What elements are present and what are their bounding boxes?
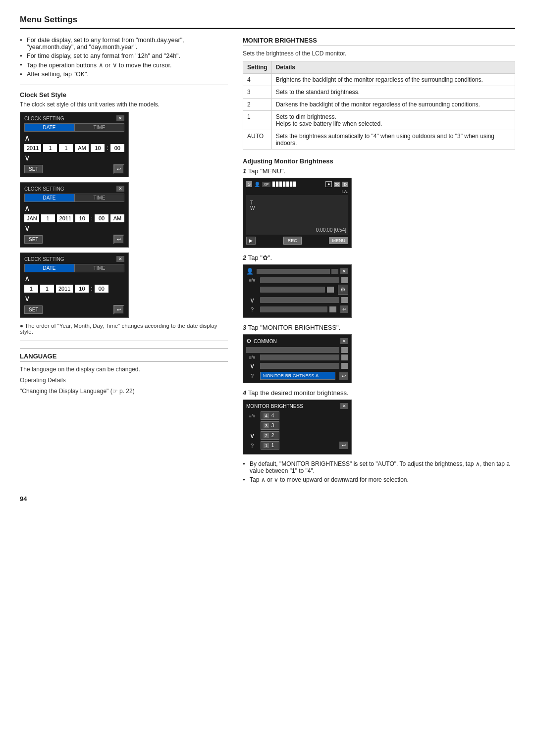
clock-up-arrow-3[interactable]: ∧ bbox=[24, 275, 30, 283]
common-back-btn[interactable]: ↩ bbox=[339, 372, 348, 380]
step-4-num: 4 bbox=[243, 389, 246, 397]
bullet-item: For date display, set to any format from… bbox=[20, 37, 228, 50]
clock-panel-2: CLOCK SETTING ✕ DATE TIME ∧ JAN 1 2011 1… bbox=[20, 182, 129, 248]
cam-icon-d: D bbox=[342, 182, 348, 187]
common-gear-icon: ⚙ bbox=[246, 338, 252, 345]
table-row: AUTO Sets the brightness automatically t… bbox=[243, 130, 515, 150]
clock-tab-time-1[interactable]: TIME bbox=[74, 123, 124, 132]
table-cell-setting: 3 bbox=[243, 86, 272, 99]
clock-ampm-1[interactable]: AM bbox=[75, 144, 89, 152]
clock-tab-date-2[interactable]: DATE bbox=[24, 194, 74, 202]
clock-month-2[interactable]: JAN bbox=[24, 214, 39, 222]
common-close-icon[interactable]: ✕ bbox=[340, 338, 348, 344]
mb-option-2-btn[interactable]: 2 2 bbox=[261, 431, 279, 440]
clock-panel-2-title: CLOCK SETTING bbox=[24, 186, 64, 192]
cam-menu-btn[interactable]: MENU bbox=[329, 237, 348, 244]
step-4: 4 Tap the desired monitor brightness. MO… bbox=[243, 389, 515, 454]
table-cell-setting: 4 bbox=[243, 74, 272, 86]
cam-icon-xp: XP bbox=[262, 182, 270, 187]
clock-back-btn-1[interactable]: ↩ bbox=[113, 164, 124, 174]
menu-row-2: ⚙ bbox=[246, 285, 348, 295]
clock-day-1[interactable]: 1 bbox=[59, 144, 73, 152]
bullet-item: After setting, tap "OK". bbox=[20, 71, 228, 78]
clock-panel-1: CLOCK SETTING ✕ DATE TIME ∧ 2011 1 1 AM … bbox=[20, 112, 129, 177]
clock-min-3[interactable]: 00 bbox=[95, 285, 108, 293]
clock-tab-time-3[interactable]: TIME bbox=[74, 264, 124, 272]
cam-play-btn[interactable]: ▶ bbox=[246, 237, 256, 245]
cam-rec-btn[interactable]: REC bbox=[283, 237, 302, 245]
clock-hour-3[interactable]: 10 bbox=[75, 285, 89, 293]
clock-panel-1-title: CLOCK SETTING bbox=[24, 116, 64, 121]
step-4-text: Tap the desired monitor brightness. bbox=[248, 389, 349, 397]
clock-tab-date-3[interactable]: DATE bbox=[24, 264, 74, 272]
step-2: 2 Tap "✿". 👤 ✕ #/# bbox=[243, 254, 515, 318]
menu-row-4: ? ↩ bbox=[246, 305, 348, 313]
clock-panel-1-close[interactable]: ✕ bbox=[116, 115, 124, 121]
clock-up-arrow-1[interactable]: ∧ bbox=[24, 134, 30, 142]
table-row: 2 Darkens the backlight of the monitor r… bbox=[243, 99, 515, 111]
cam-time: 0:00:00 [0:54] bbox=[316, 227, 346, 233]
menu-down-arrow[interactable]: ∨ bbox=[250, 296, 255, 304]
clock-panel-3-close[interactable]: ✕ bbox=[116, 256, 124, 262]
clock-down-arrow-3[interactable]: ∨ bbox=[24, 295, 30, 302]
common-down-arrow[interactable]: ∨ bbox=[246, 362, 258, 370]
mb-option-1: ? 1 1 ↩ bbox=[246, 441, 348, 450]
clock-set-btn-1[interactable]: SET bbox=[24, 165, 43, 173]
mb-option-1-btn[interactable]: 1 1 bbox=[261, 441, 279, 450]
bullet-list: For date display, set to any format from… bbox=[20, 37, 228, 78]
clock-panel-2-close[interactable]: ✕ bbox=[116, 186, 124, 192]
mb-down-arrow[interactable]: ∨ bbox=[246, 432, 258, 440]
clock-month-1[interactable]: 1 bbox=[43, 144, 57, 152]
clock-hour-2[interactable]: 10 bbox=[75, 214, 89, 222]
menu-close-icon[interactable]: ✕ bbox=[340, 268, 348, 274]
mb-back-btn[interactable]: ↩ bbox=[339, 442, 348, 449]
mb-option-3-btn[interactable]: 3 3 bbox=[261, 421, 279, 430]
common-row-3: ∨ bbox=[246, 362, 348, 370]
mb-option-3: 3 3 bbox=[246, 421, 348, 430]
clock-tab-time-2[interactable]: TIME bbox=[74, 194, 124, 202]
clock-month-3[interactable]: 1 bbox=[40, 285, 54, 293]
common-panel: ⚙ COMMON ✕ #/# ∨ bbox=[243, 334, 352, 383]
clock-set-btn-3[interactable]: SET bbox=[24, 305, 43, 314]
clock-up-arrow-2[interactable]: ∧ bbox=[24, 204, 30, 212]
bullet-item: Tap the operation buttons ∧ or ∨ to move… bbox=[20, 61, 228, 69]
clock-year-1[interactable]: 2011 bbox=[24, 144, 41, 152]
table-cell-details: Darkens the backlight of the monitor reg… bbox=[271, 99, 515, 111]
language-text2: Operating Details bbox=[20, 377, 228, 384]
clock-down-arrow-1[interactable]: ∨ bbox=[24, 154, 30, 162]
table-cell-details: Sets to dim brightness.Helps to save bat… bbox=[271, 111, 515, 130]
step-3-text: Tap "MONITOR BRIGHTNESS". bbox=[248, 324, 341, 331]
menu-back-btn[interactable]: ↩ bbox=[340, 305, 348, 313]
table-cell-setting: 1 bbox=[243, 111, 272, 130]
menu-person-icon: 👤 bbox=[246, 268, 254, 275]
page-number: 94 bbox=[20, 495, 515, 503]
clock-day-3[interactable]: 1 bbox=[24, 285, 38, 293]
clock-back-btn-2[interactable]: ↩ bbox=[113, 235, 124, 244]
clock-min-1[interactable]: 00 bbox=[110, 144, 124, 152]
cam-la: I.A. bbox=[246, 189, 348, 194]
adjusting-heading: Adjusting Monitor Brightness bbox=[243, 157, 515, 165]
table-cell-details: Brightens the backlight of the monitor r… bbox=[271, 74, 515, 86]
menu-panel: 👤 ✕ #/# ⚙ bbox=[243, 264, 352, 318]
clock-hour-1[interactable]: 10 bbox=[91, 144, 105, 152]
clock-year-3[interactable]: 2011 bbox=[56, 285, 73, 293]
clock-panel-3-title: CLOCK SETTING bbox=[24, 256, 64, 262]
clock-ampm-2[interactable]: AM bbox=[110, 214, 124, 222]
table-col-details: Details bbox=[271, 61, 515, 74]
clock-year-2[interactable]: 2011 bbox=[57, 214, 73, 222]
menu-gear-btn[interactable]: ⚙ bbox=[338, 285, 348, 295]
clock-day-2[interactable]: 1 bbox=[41, 214, 55, 222]
clock-min-2[interactable]: 00 bbox=[95, 214, 108, 222]
clock-tab-date-1[interactable]: DATE bbox=[24, 123, 74, 132]
table-cell-setting: AUTO bbox=[243, 130, 272, 150]
clock-down-arrow-2[interactable]: ∨ bbox=[24, 224, 30, 232]
monitor-brightness-menu-item[interactable]: MONITOR BRIGHTNESS A bbox=[260, 372, 335, 380]
mb-option-4-btn[interactable]: 4 4 bbox=[261, 411, 279, 420]
cam-signal-bars: ▊▊▊▊▊▊▊ bbox=[272, 182, 297, 187]
camera-panel: S 👤 XP ▊▊▊▊▊▊▊ ● 50 D I.A. TW 0:00:00 [0… bbox=[243, 178, 352, 248]
mb-select-title: MONITOR BRIGHTNESS bbox=[246, 403, 303, 409]
menu-row-1: #/# bbox=[246, 277, 348, 283]
mb-select-close[interactable]: ✕ bbox=[340, 403, 348, 409]
clock-set-btn-2[interactable]: SET bbox=[24, 235, 43, 244]
clock-back-btn-3[interactable]: ↩ bbox=[113, 305, 124, 314]
